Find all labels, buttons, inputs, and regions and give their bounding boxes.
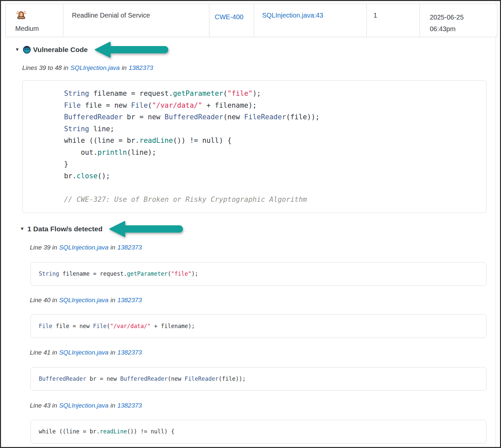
meta-separator: in xyxy=(110,349,115,356)
cwe-cell: CWE-400 xyxy=(209,4,254,37)
annotation-arrow-icon xyxy=(93,40,172,59)
vulnerable-code-section-header[interactable]: ▼ Vulnerable Code xyxy=(15,45,497,54)
severity-label: Medium xyxy=(15,25,63,32)
location-cell: SQLInjection.java:43 xyxy=(254,4,367,37)
file-link[interactable]: SQLInjection.java xyxy=(59,244,108,251)
report-content: Medium Readline Denial of Service CWE-40… xyxy=(1,4,500,443)
scan-id-link[interactable]: 1382373 xyxy=(129,64,153,72)
meta-separator: in xyxy=(110,297,115,304)
finding-summary-row: Medium Readline Denial of Service CWE-40… xyxy=(5,4,497,37)
wave-logo-icon xyxy=(23,45,31,54)
meta-separator: in xyxy=(110,402,115,409)
scan-id-link[interactable]: 1382373 xyxy=(117,349,142,356)
data-flow-code-block: BufferedReader br = new BufferedReader(n… xyxy=(30,367,486,391)
data-flow-count-cell: 1 xyxy=(367,4,420,37)
scan-id-link[interactable]: 1382373 xyxy=(117,297,142,304)
data-flow-code-block: File file = new File("/var/data/" + file… xyxy=(30,314,486,338)
meta-prefix: Line 43 in xyxy=(30,402,57,409)
meta-prefix: Lines 39 to 48 in xyxy=(22,64,68,72)
finding-title: Readline Denial of Service xyxy=(72,12,150,19)
data-flow-count: 1 xyxy=(373,12,377,19)
data-flow-meta: Line 39 in SQLInjection.java in 1382373 xyxy=(30,244,497,252)
meta-prefix: Line 40 in xyxy=(30,297,57,304)
timestamp-date: 2025-06-25 xyxy=(430,12,497,23)
file-link[interactable]: SQLInjection.java xyxy=(59,297,108,304)
data-flow-code-block: String filename = request.getParameter("… xyxy=(30,262,486,286)
meta-separator: in xyxy=(110,244,115,251)
meta-separator: in xyxy=(122,64,127,72)
meta-prefix: Line 41 in xyxy=(30,349,57,356)
data-flow-meta: Line 40 in SQLInjection.java in 1382373 xyxy=(30,297,497,305)
finding-report-page: { "header": { "severity": { "icon": "sir… xyxy=(0,0,501,448)
timestamp-cell: 2025-06-25 06:43pm xyxy=(420,4,497,37)
vulnerable-code-title: Vulnerable Code xyxy=(33,46,88,54)
severity-cell: Medium xyxy=(6,4,63,37)
vulnerable-code-block: String filename = request.getParameter("… xyxy=(22,80,486,213)
file-link[interactable]: SQLInjection.java xyxy=(59,402,108,409)
collapse-triangle-icon[interactable]: ▼ xyxy=(15,47,20,52)
meta-prefix: Line 39 in xyxy=(30,244,57,251)
file-link[interactable]: SQLInjection.java xyxy=(59,349,108,356)
file-location-link[interactable]: SQLInjection.java:43 xyxy=(262,12,323,19)
siren-icon xyxy=(15,15,27,22)
data-flows-title: 1 Data Flow/s detected xyxy=(28,225,102,233)
collapse-triangle-icon[interactable]: ▼ xyxy=(20,226,25,231)
finding-title-cell: Readline Denial of Service xyxy=(63,4,209,37)
data-flow-meta: Line 41 in SQLInjection.java in 1382373 xyxy=(30,349,497,357)
scan-id-link[interactable]: 1382373 xyxy=(117,244,142,251)
data-flows-section-header[interactable]: ▼ 1 Data Flow/s detected xyxy=(20,224,497,234)
scan-id-link[interactable]: 1382373 xyxy=(117,402,142,409)
data-flow-meta: Line 43 in SQLInjection.java in 1382373 xyxy=(30,402,497,410)
cwe-link[interactable]: CWE-400 xyxy=(215,13,244,21)
vulnerable-code-meta: Lines 39 to 48 in SQLInjection.java in 1… xyxy=(22,64,497,72)
annotation-arrow-icon xyxy=(108,220,187,238)
timestamp-time: 06:43pm xyxy=(430,23,497,35)
file-link[interactable]: SQLInjection.java xyxy=(70,64,120,72)
data-flow-code-block: while ((line = br.readLine()) != null) { xyxy=(30,420,486,443)
